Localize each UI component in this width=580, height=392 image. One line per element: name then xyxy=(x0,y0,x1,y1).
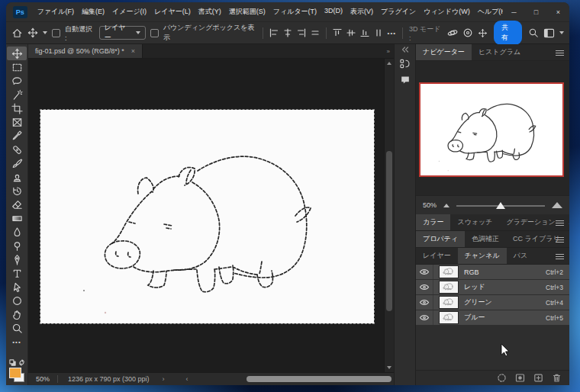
menu-view[interactable]: 表示(V) xyxy=(346,5,377,19)
3d-move-button[interactable] xyxy=(478,28,488,38)
align-middle-button[interactable] xyxy=(346,28,356,37)
history-panel-icon[interactable] xyxy=(399,58,411,69)
visibility-toggle[interactable] xyxy=(416,280,433,294)
minimize-button[interactable]: ─ xyxy=(503,2,525,21)
align-bottom-button[interactable] xyxy=(360,28,369,37)
healing-brush-tool[interactable] xyxy=(7,143,27,156)
distribute-v-button[interactable] xyxy=(374,28,383,37)
menu-select[interactable]: 選択範囲(S) xyxy=(225,5,269,19)
tab-adjustments[interactable]: 色調補正 xyxy=(465,231,506,247)
channel-row-rgb[interactable]: RGB Ctrl+2 xyxy=(416,265,569,279)
save-mask-icon[interactable] xyxy=(515,373,525,383)
auto-select-dropdown[interactable]: レイヤー xyxy=(99,26,146,40)
panel-menu-icon[interactable] xyxy=(556,50,564,56)
tab-channels[interactable]: チャンネル xyxy=(458,248,507,264)
vertical-scroll-thumb[interactable] xyxy=(386,151,392,311)
navigator-zoom-value[interactable]: 50% xyxy=(423,201,437,209)
color-swatches[interactable] xyxy=(8,368,25,382)
workspace-button[interactable] xyxy=(543,28,555,38)
tab-paths[interactable]: パス xyxy=(507,248,534,264)
menu-plugins[interactable]: プラグイン xyxy=(377,5,420,19)
edit-toolbar-button[interactable]: ••• xyxy=(7,335,27,349)
tab-overflow-icon[interactable]: » xyxy=(387,48,394,55)
history-brush-tool[interactable] xyxy=(7,184,27,198)
channel-row-blue[interactable]: ブルー Ctrl+5 xyxy=(416,310,569,325)
tab-color[interactable]: カラー xyxy=(416,214,450,230)
document-tab[interactable]: fig-01.psd @ 50% (RGB/8*) * × xyxy=(28,44,143,58)
lasso-tool[interactable] xyxy=(7,74,27,88)
status-expand-icon[interactable]: › xyxy=(160,375,168,383)
menu-layer[interactable]: レイヤー(L) xyxy=(150,5,195,19)
align-left-button[interactable] xyxy=(269,28,279,37)
clone-stamp-tool[interactable] xyxy=(7,170,27,184)
brush-tool[interactable] xyxy=(7,156,27,170)
visibility-toggle[interactable] xyxy=(416,265,433,279)
frame-tool[interactable] xyxy=(7,115,27,129)
load-selection-icon[interactable] xyxy=(497,373,507,383)
trash-icon[interactable] xyxy=(552,373,562,383)
canvas-area[interactable] xyxy=(28,59,394,372)
close-button[interactable]: × xyxy=(547,2,569,21)
blur-tool[interactable] xyxy=(7,225,27,239)
auto-select-checkbox[interactable] xyxy=(52,29,60,37)
path-select-tool[interactable] xyxy=(7,280,27,294)
tab-properties[interactable]: プロパティ xyxy=(416,231,465,247)
panel-menu-icon[interactable] xyxy=(556,237,564,243)
zoom-tool[interactable] xyxy=(7,321,27,335)
shape-tool[interactable] xyxy=(7,294,27,307)
tab-close-icon[interactable]: × xyxy=(131,47,135,55)
menu-window[interactable]: ウィンドウ(W) xyxy=(420,5,474,19)
new-channel-icon[interactable] xyxy=(533,373,543,383)
magic-wand-tool[interactable] xyxy=(7,88,27,101)
horizontal-scroll-thumb[interactable] xyxy=(246,376,392,382)
home-button[interactable] xyxy=(11,27,23,39)
menu-filter[interactable]: フィルター(T) xyxy=(269,5,321,19)
move-tool-preset[interactable] xyxy=(27,27,38,38)
search-button[interactable] xyxy=(528,27,539,38)
pen-tool[interactable] xyxy=(7,252,27,266)
eraser-tool[interactable] xyxy=(7,198,27,211)
panel-menu-icon[interactable] xyxy=(556,220,564,226)
distribute-h-button[interactable] xyxy=(311,28,320,37)
tab-histogram[interactable]: ヒストグラム xyxy=(472,44,527,60)
share-button[interactable]: 共有 xyxy=(494,21,522,45)
move-tool[interactable] xyxy=(7,47,27,60)
maximize-button[interactable]: □ xyxy=(525,2,547,21)
status-zoom-field[interactable]: 50% xyxy=(28,375,57,383)
crop-tool[interactable] xyxy=(7,101,27,115)
channel-row-red[interactable]: レッド Ctrl+3 xyxy=(416,280,569,294)
menu-type[interactable]: 書式(Y) xyxy=(195,5,225,19)
bounding-box-checkbox[interactable] xyxy=(150,29,159,37)
scroll-left-icon[interactable]: ‹ xyxy=(186,377,188,382)
3d-roll-button[interactable] xyxy=(462,27,473,38)
comment-icon[interactable] xyxy=(400,75,411,85)
navigator-thumbnail[interactable] xyxy=(419,82,564,177)
align-top-button[interactable] xyxy=(333,28,342,37)
tab-swatches[interactable]: スウォッチ xyxy=(450,214,499,230)
marquee-tool[interactable] xyxy=(7,60,27,74)
chevron-down-icon[interactable] xyxy=(43,31,47,34)
more-options-button[interactable]: ••• xyxy=(388,30,396,37)
foreground-color-swatch[interactable] xyxy=(9,368,21,378)
panel-menu-icon[interactable] xyxy=(556,254,564,259)
menu-3d[interactable]: 3D(D) xyxy=(321,5,346,19)
3d-orbit-button[interactable] xyxy=(447,27,458,38)
vertical-scrollbar[interactable] xyxy=(384,59,394,372)
expand-panels-icon[interactable] xyxy=(401,47,409,53)
menu-edit[interactable]: 編集(E) xyxy=(78,5,108,19)
visibility-toggle[interactable] xyxy=(416,295,433,310)
gradient-tool[interactable] xyxy=(7,211,27,225)
zoom-in-icon[interactable] xyxy=(552,202,562,208)
default-swap-colors[interactable] xyxy=(9,359,25,366)
horizontal-scrollbar[interactable]: ‹ xyxy=(168,373,394,385)
menu-file[interactable]: ファイル(F) xyxy=(34,5,78,19)
document-canvas[interactable] xyxy=(40,110,374,323)
slider-thumb[interactable] xyxy=(496,202,505,209)
dodge-tool[interactable] xyxy=(7,239,27,252)
hand-tool[interactable] xyxy=(7,307,27,321)
align-right-button[interactable] xyxy=(297,28,306,37)
scroll-down-icon[interactable] xyxy=(387,366,392,369)
zoom-out-icon[interactable] xyxy=(443,204,450,207)
chevron-down-icon[interactable] xyxy=(559,31,564,34)
navigator-zoom-slider[interactable] xyxy=(456,201,545,210)
